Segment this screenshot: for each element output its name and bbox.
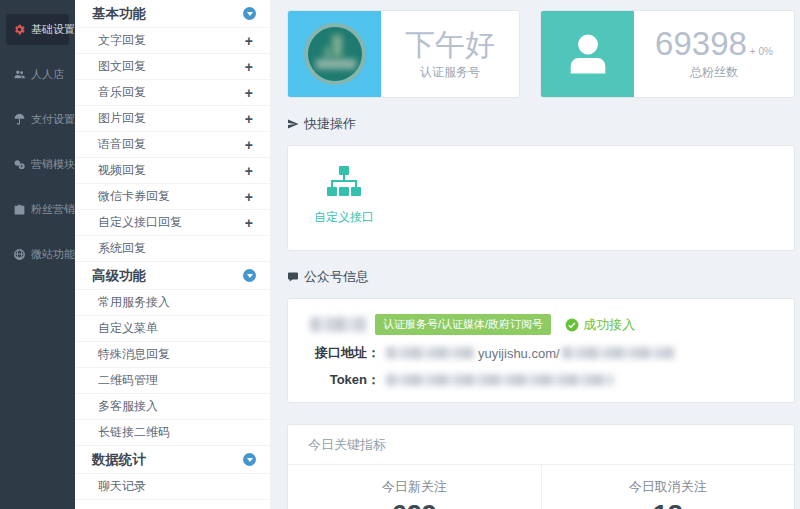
briefcase-icon xyxy=(13,203,26,216)
account-type-badge: 认证服务号/认证媒体/政府订阅号 xyxy=(375,314,551,335)
check-circle-icon xyxy=(565,318,579,332)
comment-icon xyxy=(287,271,299,283)
menu-item-image-reply[interactable]: 图片回复 + xyxy=(75,106,270,132)
fans-card: 69398+ 0% 总粉丝数 xyxy=(540,10,795,98)
sidebar-item-label: 支付设置 xyxy=(31,112,75,127)
metric-new-followers: 今日新关注 629 xyxy=(288,465,542,509)
menu-item-custom-menu[interactable]: 自定义菜单 xyxy=(75,316,270,342)
account-name-redacted xyxy=(310,317,366,332)
api-url-redacted xyxy=(562,347,674,359)
section-title: 公众号信息 xyxy=(304,268,369,286)
quick-action-label: 自定义接口 xyxy=(314,209,374,226)
main-content: 下午好 认证服务号 69398+ 0% 总粉丝数 快捷操作 xyxy=(270,0,800,509)
users-icon xyxy=(13,68,26,81)
menu-item-imagetext-reply[interactable]: 图文回复 + xyxy=(75,54,270,80)
avatar-tile xyxy=(288,11,381,97)
plus-icon[interactable]: + xyxy=(245,190,253,204)
quick-actions-card: 自定义接口 xyxy=(287,145,795,251)
fans-count: 69398+ 0% xyxy=(655,27,773,62)
plus-icon[interactable]: + xyxy=(245,34,253,48)
menu-item-music-reply[interactable]: 音乐回复 + xyxy=(75,80,270,106)
sidebar-item-payment-settings[interactable]: 支付设置 xyxy=(6,104,69,135)
fans-label: 总粉丝数 xyxy=(690,64,738,81)
menu-item-video-reply[interactable]: 视频回复 + xyxy=(75,158,270,184)
menu-item-wechat-card-reply[interactable]: 微信卡券回复 + xyxy=(75,184,270,210)
menu-item-longlink-qrcode[interactable]: 长链接二维码 xyxy=(75,420,270,446)
token-redacted xyxy=(386,374,614,386)
menu-item-custom-api-reply[interactable]: 自定义接口回复 + xyxy=(75,210,270,236)
avatar xyxy=(304,23,366,85)
sidebar-item-label: 基础设置 xyxy=(31,22,75,37)
menu-item-common-services[interactable]: 常用服务接入 xyxy=(75,290,270,316)
token-label: Token： xyxy=(298,371,380,389)
account-info-card: 认证服务号/认证媒体/政府订阅号 成功接入 接口地址： yuyijishu.co… xyxy=(287,298,795,403)
sidebar-item-label: 粉丝营销 xyxy=(31,202,75,217)
gear-icon xyxy=(13,23,26,36)
token-row: Token： xyxy=(298,371,780,389)
menu-section-data-statistics[interactable]: 数据统计 xyxy=(75,446,270,474)
menu-item-text-reply[interactable]: 文字回复 + xyxy=(75,28,270,54)
sidebar-item-label: 营销模块 xyxy=(31,157,75,172)
connect-status: 成功接入 xyxy=(565,316,635,334)
plus-icon[interactable]: + xyxy=(245,216,253,230)
sidebar-item-fans-marketing[interactable]: 粉丝营销 xyxy=(6,194,69,225)
chevron-down-icon[interactable] xyxy=(243,453,256,466)
sidebar-item-renren-shop[interactable]: 人人店 xyxy=(6,59,69,90)
menu-item-system-reply[interactable]: 系统回复 xyxy=(75,236,270,262)
menu-section-basic-functions[interactable]: 基本功能 xyxy=(75,0,270,28)
account-type-text: 认证服务号 xyxy=(420,64,480,81)
api-url-label: 接口地址： xyxy=(298,344,380,362)
sidebar-item-marketing-module[interactable]: 营销模块 xyxy=(6,149,69,180)
quick-action-custom-api[interactable]: 自定义接口 xyxy=(314,165,374,226)
metric-unfollowers: 今日取消关注 18 xyxy=(542,465,795,509)
plus-icon[interactable]: + xyxy=(245,164,253,178)
menu-item-special-message-reply[interactable]: 特殊消息回复 xyxy=(75,342,270,368)
quick-actions-header: 快捷操作 xyxy=(287,115,795,133)
chevron-down-icon[interactable] xyxy=(243,7,256,20)
coins-icon xyxy=(13,158,26,171)
globe-icon xyxy=(13,248,26,261)
plus-icon[interactable]: + xyxy=(245,86,253,100)
secondary-menu: 基本功能 文字回复 + 图文回复 + 音乐回复 + 图片回复 + 语音回复 + … xyxy=(75,0,270,509)
api-domain: yuyijishu.com/ xyxy=(478,346,560,361)
umbrella-icon xyxy=(13,113,26,126)
fans-tile xyxy=(541,11,634,97)
section-title: 快捷操作 xyxy=(304,115,356,133)
menu-item-multi-service[interactable]: 多客服接入 xyxy=(75,394,270,420)
plus-icon[interactable]: + xyxy=(245,138,253,152)
fans-delta: + 0% xyxy=(750,46,773,57)
api-url-row: 接口地址： yuyijishu.com/ xyxy=(298,344,780,362)
sidebar-item-label: 微站功能 xyxy=(31,247,75,262)
stat-cards-row: 下午好 认证服务号 69398+ 0% 总粉丝数 xyxy=(287,10,795,98)
person-icon xyxy=(562,28,614,80)
api-url-redacted xyxy=(386,347,474,359)
menu-item-qrcode-management[interactable]: 二维码管理 xyxy=(75,368,270,394)
app-window: 基础设置 人人店 支付设置 营销模块 粉丝营销 xyxy=(0,0,800,509)
greeting-text: 下午好 xyxy=(405,28,495,61)
account-info-header: 公众号信息 xyxy=(287,268,795,286)
sidebar-item-label: 人人店 xyxy=(31,67,64,82)
greeting-card: 下午好 认证服务号 xyxy=(287,10,520,98)
plus-icon[interactable]: + xyxy=(245,60,253,74)
metrics-card: 今日关键指标 今日新关注 629 今日取消关注 18 xyxy=(287,424,795,509)
sitemap-icon xyxy=(324,165,364,201)
plane-icon xyxy=(287,118,299,130)
metrics-title: 今日关键指标 xyxy=(288,425,794,465)
menu-item-chat-history[interactable]: 聊天记录 xyxy=(75,474,270,500)
menu-item-voice-reply[interactable]: 语音回复 + xyxy=(75,132,270,158)
primary-sidebar: 基础设置 人人店 支付设置 营销模块 粉丝营销 xyxy=(0,0,75,509)
chevron-down-icon[interactable] xyxy=(243,269,256,282)
account-name-row: 认证服务号/认证媒体/政府订阅号 成功接入 xyxy=(298,314,780,335)
sidebar-item-microsite[interactable]: 微站功能 xyxy=(6,239,69,270)
plus-icon[interactable]: + xyxy=(245,112,253,126)
menu-section-advanced-functions[interactable]: 高级功能 xyxy=(75,262,270,290)
sidebar-item-basic-settings[interactable]: 基础设置 xyxy=(6,14,69,45)
